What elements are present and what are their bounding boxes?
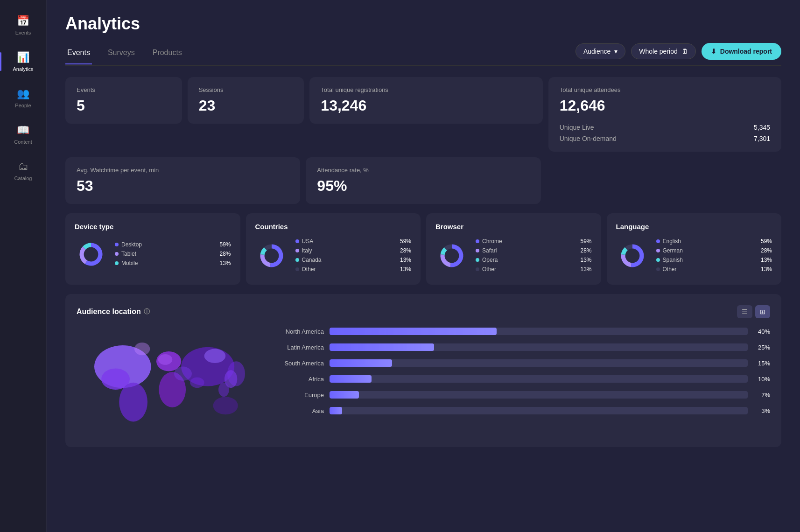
people-icon: 👥 bbox=[17, 88, 29, 100]
donut-card-device_type: Device type Desktop 59% Tablet 28% Mobil… bbox=[65, 213, 240, 285]
bar-track bbox=[330, 407, 748, 414]
tab-events[interactable]: Events bbox=[65, 44, 92, 64]
sidebar-item-people[interactable]: 👥 People bbox=[2, 82, 44, 114]
legend-name: German bbox=[663, 247, 758, 254]
sidebar-item-content[interactable]: 📖 Content bbox=[2, 119, 44, 150]
legend-item: English 59% bbox=[656, 238, 772, 245]
sidebar: 📅 Events 📊 Analytics 👥 People 📖 Content … bbox=[0, 0, 47, 532]
tab-surveys[interactable]: Surveys bbox=[106, 44, 137, 64]
stat-watchtime: Avg. Watchtime per event, min 53 bbox=[65, 157, 300, 204]
legend-name: Tablet bbox=[121, 251, 217, 257]
bar-label: Latin America bbox=[273, 344, 324, 351]
donut-content: Chrome 59% Safari 28% Opera 13% Other 13… bbox=[435, 238, 592, 275]
sidebar-item-label-content: Content bbox=[14, 139, 32, 145]
donut-legend: USA 59% Italy 28% Canada 13% Other 13% bbox=[295, 238, 412, 275]
sidebar-item-analytics[interactable]: 📊 Analytics bbox=[2, 46, 44, 77]
map-title: Audience location ⓘ bbox=[77, 308, 150, 316]
bar-track bbox=[330, 375, 748, 383]
sidebar-item-label-catalog: Catalog bbox=[14, 175, 32, 181]
stat-events: Events 5 bbox=[65, 77, 182, 124]
events-label: Events bbox=[77, 86, 171, 93]
donut-content: USA 59% Italy 28% Canada 13% Other 13% bbox=[255, 238, 412, 275]
donut-chart-visual bbox=[255, 239, 288, 274]
legend-name: Other bbox=[663, 266, 758, 273]
unique-rows: Unique Live 5,345 Unique On-demand 7,301 bbox=[560, 114, 770, 142]
bar-label: Asia bbox=[273, 407, 324, 414]
tabs: EventsSurveysProducts bbox=[65, 44, 184, 64]
donut-chart-visual bbox=[435, 239, 468, 274]
attendance-label: Attendance rate, % bbox=[317, 167, 529, 174]
donut-title: Browser bbox=[435, 223, 592, 231]
download-icon: ⬇ bbox=[711, 48, 716, 55]
legend-name: Other bbox=[302, 266, 397, 273]
sidebar-item-events[interactable]: 📅 Events bbox=[2, 9, 44, 41]
legend-dot bbox=[656, 249, 660, 252]
page-title: Analytics bbox=[65, 14, 781, 34]
legend-dot bbox=[476, 267, 479, 271]
info-icon: ⓘ bbox=[144, 308, 150, 316]
legend-dot bbox=[476, 258, 479, 262]
legend-name: Spanish bbox=[663, 257, 758, 263]
stat-registrations: Total unique registrations 13,246 bbox=[309, 77, 542, 124]
chevron-down-icon: ▾ bbox=[614, 48, 618, 55]
unique-live-row: Unique Live 5,345 bbox=[560, 124, 770, 131]
stat-sessions: Sessions 23 bbox=[188, 77, 304, 124]
bar-pct: 7% bbox=[753, 392, 770, 399]
map-view-button[interactable]: ⊞ bbox=[755, 305, 770, 318]
bar-fill bbox=[330, 375, 372, 383]
bar-row-south-america: South America 15% bbox=[273, 359, 770, 367]
unique-live-value: 5,345 bbox=[754, 124, 770, 131]
calendar-icon: 🗓 bbox=[681, 48, 688, 55]
legend-dot bbox=[295, 249, 299, 252]
unique-live-label: Unique Live bbox=[560, 124, 594, 131]
map-header: Audience location ⓘ ☰ ⊞ bbox=[77, 305, 770, 318]
attendees-value: 12,646 bbox=[560, 97, 770, 114]
sidebar-item-label-analytics: Analytics bbox=[13, 66, 33, 72]
donut-card-browser: Browser Chrome 59% Safari 28% Opera 13% bbox=[426, 213, 601, 285]
bar-fill bbox=[330, 407, 342, 414]
legend-dot bbox=[295, 267, 299, 271]
sidebar-item-label-events: Events bbox=[15, 30, 31, 35]
tab-products[interactable]: Products bbox=[151, 44, 184, 64]
legend-pct: 13% bbox=[400, 257, 411, 263]
sidebar-item-catalog[interactable]: 🗂 Catalog bbox=[2, 155, 44, 187]
bar-fill bbox=[330, 391, 359, 399]
legend-dot bbox=[656, 239, 660, 243]
legend-dot bbox=[115, 243, 119, 246]
legend-name: Opera bbox=[482, 257, 577, 263]
bar-pct: 15% bbox=[753, 360, 770, 367]
download-button[interactable]: ⬇ Download report bbox=[702, 43, 781, 60]
legend-item: Opera 13% bbox=[476, 257, 592, 263]
table-view-button[interactable]: ☰ bbox=[737, 305, 752, 318]
donut-legend: English 59% German 28% Spanish 13% Other… bbox=[656, 238, 772, 275]
sidebar-item-label-people: People bbox=[15, 103, 31, 108]
legend-name: Desktop bbox=[121, 241, 217, 248]
audience-dropdown[interactable]: Audience ▾ bbox=[575, 43, 625, 59]
bar-label: South America bbox=[273, 360, 324, 367]
svg-point-2 bbox=[119, 383, 147, 422]
legend-item: Spanish 13% bbox=[656, 257, 772, 263]
svg-point-6 bbox=[213, 397, 238, 414]
events-value: 5 bbox=[77, 97, 171, 114]
attendance-value: 95% bbox=[317, 177, 529, 195]
svg-point-14 bbox=[218, 383, 229, 397]
legend-name: Mobile bbox=[121, 260, 217, 266]
bar-fill bbox=[330, 359, 392, 367]
legend-pct: 13% bbox=[580, 266, 591, 273]
legend-pct: 28% bbox=[580, 247, 591, 254]
period-dropdown[interactable]: Whole period 🗓 bbox=[631, 43, 696, 59]
bar-pct: 25% bbox=[753, 344, 770, 351]
bar-label: North America bbox=[273, 328, 324, 335]
watchtime-value: 53 bbox=[77, 177, 289, 195]
stat-attendance: Attendance rate, % 95% bbox=[306, 157, 540, 204]
legend-pct: 59% bbox=[400, 238, 411, 245]
bar-row-africa: Africa 10% bbox=[273, 375, 770, 383]
svg-point-7 bbox=[158, 354, 172, 365]
map-controls: ☰ ⊞ bbox=[737, 305, 770, 318]
legend-item: Canada 13% bbox=[295, 257, 412, 263]
svg-point-9 bbox=[190, 377, 204, 388]
legend-pct: 13% bbox=[400, 266, 411, 273]
donut-grid: Device type Desktop 59% Tablet 28% Mobil… bbox=[65, 213, 781, 285]
bar-pct: 3% bbox=[753, 407, 770, 414]
legend-item: Other 13% bbox=[476, 266, 592, 273]
